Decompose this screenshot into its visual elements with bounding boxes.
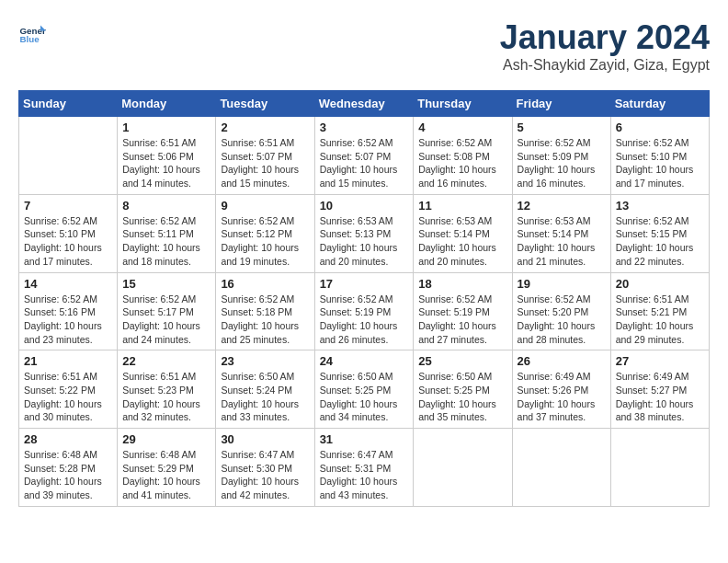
day-info: Sunrise: 6:52 AMSunset: 5:12 PMDaylight:… (221, 214, 309, 269)
calendar-cell: 15Sunrise: 6:52 AMSunset: 5:17 PMDayligh… (118, 272, 216, 350)
day-info: Sunrise: 6:52 AMSunset: 5:20 PMDaylight:… (518, 293, 606, 347)
calendar-cell: 17Sunrise: 6:52 AMSunset: 5:19 PMDayligh… (314, 272, 414, 350)
header-day-wednesday: Wednesday (314, 91, 414, 117)
day-number: 8 (122, 199, 210, 213)
day-info: Sunrise: 6:52 AMSunset: 5:09 PMDaylight:… (518, 136, 606, 190)
day-number: 10 (320, 199, 409, 213)
day-info: Sunrise: 6:51 AMSunset: 5:07 PMDaylight:… (221, 136, 309, 190)
day-info: Sunrise: 6:48 AMSunset: 5:29 PMDaylight:… (122, 448, 210, 502)
day-info: Sunrise: 6:50 AMSunset: 5:24 PMDaylight:… (221, 370, 309, 424)
day-number: 13 (616, 199, 704, 213)
calendar-cell: 29Sunrise: 6:48 AMSunset: 5:29 PMDayligh… (118, 429, 216, 507)
day-number: 4 (418, 121, 506, 134)
day-info: Sunrise: 6:52 AMSunset: 5:17 PMDaylight:… (122, 293, 210, 347)
day-info: Sunrise: 6:51 AMSunset: 5:23 PMDaylight:… (122, 370, 210, 424)
day-number: 28 (24, 432, 112, 446)
day-info: Sunrise: 6:51 AMSunset: 5:22 PMDaylight:… (24, 370, 112, 424)
calendar-cell (610, 429, 709, 507)
day-number: 19 (518, 277, 606, 291)
calendar-week-1: 1Sunrise: 6:51 AMSunset: 5:06 PMDaylight… (19, 117, 710, 195)
day-number: 2 (221, 121, 309, 134)
calendar-cell: 9Sunrise: 6:52 AMSunset: 5:12 PMDaylight… (216, 194, 314, 272)
calendar-cell: 11Sunrise: 6:53 AMSunset: 5:14 PMDayligh… (414, 194, 512, 272)
day-info: Sunrise: 6:52 AMSunset: 5:11 PMDaylight:… (122, 214, 210, 269)
calendar-cell: 1Sunrise: 6:51 AMSunset: 5:06 PMDaylight… (118, 117, 216, 195)
day-number: 31 (320, 432, 409, 446)
calendar-cell: 23Sunrise: 6:50 AMSunset: 5:24 PMDayligh… (216, 350, 314, 429)
calendar-cell: 31Sunrise: 6:47 AMSunset: 5:31 PMDayligh… (314, 429, 414, 507)
day-info: Sunrise: 6:52 AMSunset: 5:16 PMDaylight:… (24, 293, 112, 347)
calendar-cell: 4Sunrise: 6:52 AMSunset: 5:08 PMDaylight… (414, 117, 512, 195)
calendar-cell: 8Sunrise: 6:52 AMSunset: 5:11 PMDaylight… (118, 194, 216, 272)
calendar-cell: 26Sunrise: 6:49 AMSunset: 5:26 PMDayligh… (512, 350, 610, 429)
day-number: 12 (518, 199, 606, 213)
day-number: 14 (24, 277, 112, 291)
day-info: Sunrise: 6:53 AMSunset: 5:14 PMDaylight:… (418, 214, 506, 269)
day-info: Sunrise: 6:52 AMSunset: 5:08 PMDaylight:… (418, 136, 506, 190)
day-number: 23 (221, 354, 309, 368)
header-day-saturday: Saturday (610, 91, 709, 117)
calendar-cell: 14Sunrise: 6:52 AMSunset: 5:16 PMDayligh… (19, 272, 118, 350)
day-info: Sunrise: 6:50 AMSunset: 5:25 PMDaylight:… (418, 370, 506, 424)
calendar-cell: 16Sunrise: 6:52 AMSunset: 5:18 PMDayligh… (216, 272, 314, 350)
day-number: 29 (122, 432, 210, 446)
day-number: 25 (418, 354, 506, 368)
day-info: Sunrise: 6:49 AMSunset: 5:27 PMDaylight:… (616, 370, 704, 424)
day-number: 26 (518, 354, 606, 368)
calendar-week-5: 28Sunrise: 6:48 AMSunset: 5:28 PMDayligh… (19, 429, 710, 507)
day-number: 21 (24, 354, 112, 368)
header-day-tuesday: Tuesday (216, 91, 314, 117)
calendar-cell: 19Sunrise: 6:52 AMSunset: 5:20 PMDayligh… (512, 272, 610, 350)
day-info: Sunrise: 6:53 AMSunset: 5:14 PMDaylight:… (518, 214, 606, 269)
day-number: 27 (616, 354, 704, 368)
calendar-cell: 5Sunrise: 6:52 AMSunset: 5:09 PMDaylight… (512, 117, 610, 195)
header-day-thursday: Thursday (414, 91, 512, 117)
calendar-week-3: 14Sunrise: 6:52 AMSunset: 5:16 PMDayligh… (19, 272, 710, 350)
day-info: Sunrise: 6:47 AMSunset: 5:31 PMDaylight:… (320, 448, 409, 502)
calendar-cell: 20Sunrise: 6:51 AMSunset: 5:21 PMDayligh… (610, 272, 709, 350)
day-number: 18 (418, 277, 506, 291)
calendar-cell (19, 117, 118, 195)
calendar-cell (512, 429, 610, 507)
calendar-body: 1Sunrise: 6:51 AMSunset: 5:06 PMDaylight… (19, 117, 710, 507)
header-day-sunday: Sunday (19, 91, 118, 117)
day-number: 24 (320, 354, 409, 368)
logo: General Blue (18, 18, 50, 46)
day-info: Sunrise: 6:52 AMSunset: 5:15 PMDaylight:… (616, 214, 704, 269)
header-day-monday: Monday (118, 91, 216, 117)
day-info: Sunrise: 6:52 AMSunset: 5:10 PMDaylight:… (616, 136, 704, 190)
day-number: 11 (418, 199, 506, 213)
calendar-cell: 22Sunrise: 6:51 AMSunset: 5:23 PMDayligh… (118, 350, 216, 429)
day-info: Sunrise: 6:50 AMSunset: 5:25 PMDaylight:… (320, 370, 409, 424)
calendar-cell: 10Sunrise: 6:53 AMSunset: 5:13 PMDayligh… (314, 194, 414, 272)
header-day-friday: Friday (512, 91, 610, 117)
day-number: 20 (616, 277, 704, 291)
calendar-cell: 28Sunrise: 6:48 AMSunset: 5:28 PMDayligh… (19, 429, 118, 507)
day-info: Sunrise: 6:52 AMSunset: 5:10 PMDaylight:… (24, 214, 112, 269)
svg-text:Blue: Blue (20, 34, 40, 44)
calendar-cell: 18Sunrise: 6:52 AMSunset: 5:19 PMDayligh… (414, 272, 512, 350)
calendar-cell: 7Sunrise: 6:52 AMSunset: 5:10 PMDaylight… (19, 194, 118, 272)
day-number: 15 (122, 277, 210, 291)
day-number: 30 (221, 432, 309, 446)
calendar-cell: 2Sunrise: 6:51 AMSunset: 5:07 PMDaylight… (216, 117, 314, 195)
calendar-table: SundayMondayTuesdayWednesdayThursdayFrid… (18, 90, 710, 507)
calendar-week-2: 7Sunrise: 6:52 AMSunset: 5:10 PMDaylight… (19, 194, 710, 272)
day-info: Sunrise: 6:51 AMSunset: 5:06 PMDaylight:… (122, 136, 210, 190)
calendar-cell: 30Sunrise: 6:47 AMSunset: 5:30 PMDayligh… (216, 429, 314, 507)
day-number: 1 (122, 121, 210, 134)
day-number: 7 (24, 199, 112, 213)
calendar-cell: 21Sunrise: 6:51 AMSunset: 5:22 PMDayligh… (19, 350, 118, 429)
calendar-week-4: 21Sunrise: 6:51 AMSunset: 5:22 PMDayligh… (19, 350, 710, 429)
day-number: 17 (320, 277, 409, 291)
month-title: January 2024 (500, 18, 710, 57)
calendar-cell: 12Sunrise: 6:53 AMSunset: 5:14 PMDayligh… (512, 194, 610, 272)
day-info: Sunrise: 6:47 AMSunset: 5:30 PMDaylight:… (221, 448, 309, 502)
calendar-cell: 27Sunrise: 6:49 AMSunset: 5:27 PMDayligh… (610, 350, 709, 429)
day-number: 9 (221, 199, 309, 213)
calendar-cell: 3Sunrise: 6:52 AMSunset: 5:07 PMDaylight… (314, 117, 414, 195)
day-number: 16 (221, 277, 309, 291)
calendar-cell: 25Sunrise: 6:50 AMSunset: 5:25 PMDayligh… (414, 350, 512, 429)
calendar-cell (414, 429, 512, 507)
day-number: 22 (122, 354, 210, 368)
